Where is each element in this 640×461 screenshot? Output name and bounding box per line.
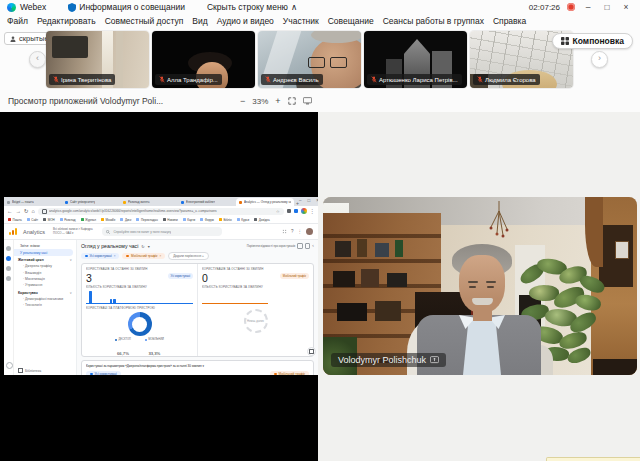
scene-shape [472,298,493,305]
menu-item-совещание[interactable]: Совещание [328,16,374,26]
close-button[interactable]: × [620,2,632,12]
property-selector: Всі облікові записи > КафедраПОСО — GA4 … [53,228,92,235]
menu-item-файл[interactable]: Файл [7,16,28,26]
bookmark-item: Пошта [8,218,22,222]
shield-icon [68,3,76,12]
minimize-button[interactable]: – [582,2,594,12]
bookmark-item: Форум [200,218,214,222]
participant-name-label: Людмила Єгорова [473,74,540,85]
mic-muted-icon [159,76,165,83]
maximize-button[interactable]: □ [601,2,613,12]
comparison-chip-all-users: Усі користувачі× [81,253,119,259]
search-icon [106,230,110,234]
webex-meeting-window: Webex Информация о совещании Скрыть стро… [0,0,640,461]
menu-item-редактировать[interactable]: Редактировать [37,16,96,26]
share-toolbar: Просмотр приложений Volodymyr Poli... − … [0,90,640,113]
menu-item-участник[interactable]: Участник [283,16,319,26]
meeting-info-button[interactable]: Информация о совещании [68,2,185,12]
menu-item-совместный-доступ[interactable]: Совместный доступ [105,16,184,26]
fit-to-window-icon[interactable] [288,97,296,105]
home-icon: ⌂ [32,208,35,214]
bookmark-item: Розклад [60,218,76,222]
analytics-search-field: Спробуйте ввести запит у поле пошуку [102,227,222,236]
explore-rail-icon [6,266,11,271]
menu-item-справка[interactable]: Справка [493,16,526,26]
caret-down-icon: ▾ [148,244,150,249]
shared-browser-tab: Електронний кабінет [178,198,236,206]
participant-name-label: Ірина Тверитінова [49,74,115,85]
reports-rail-icon [6,256,11,261]
mic-muted-icon [265,76,271,83]
participant-thumbnail[interactable]: Артюшенко Лариса Петрів... [364,31,467,88]
bookmark-item: Карти [183,218,196,222]
shared-window-controls: – □ × [299,198,318,206]
bookmark-item: Перекладач [136,218,157,222]
hide-menu-button[interactable]: Скрыть строку меню ∧ [207,2,297,12]
analytics-sidebar: Звіти: знімокУ реальному часіЖиттєвий ци… [14,240,77,375]
home-rail-icon [6,246,11,251]
record-indicator-icon [567,3,575,11]
bookmark-item: Довідка [254,218,269,222]
person-icon [10,36,16,42]
webex-logo-icon [7,3,16,12]
analytics-nav-rail [4,240,14,375]
shared-browser-tab: Вхідні — пошта [4,198,62,206]
analytics-avatar [306,228,313,235]
participant-thumbnail[interactable]: Алла Трандафір... [152,31,255,88]
dimension-table-card: Користувачі за параметром «Джерело/платф… [81,360,314,375]
more-icon: ⋮ [298,229,303,234]
speaker-video[interactable]: Volodymyr Polishchuk [323,197,637,375]
bookmarks-bar: ПоштаСайтМОНРозкладЖурналMoodleДискПерек… [4,216,318,224]
speaker-name-label: Volodymyr Polishchuk [331,353,446,367]
bookmark-item: Moodle [101,218,115,222]
donut-legend-item: МОБІЛЬНИЙ33,3% [145,338,164,359]
zoom-in-button[interactable]: + [275,96,280,106]
forward-icon: → [16,208,22,214]
realtime-card-comparison: КОРИСТУВАЧІВ ЗА ОСТАННІ 30 ХВИЛИН 0 Мобі… [197,264,313,356]
filmstrip-prev-button[interactable]: ‹ [29,51,46,68]
bookmark-item: Сайт [27,218,38,222]
users-per-minute-chart [86,290,193,304]
menu-item-сеансы-работы-в-группах[interactable]: Сеансы работы в группах [383,16,484,26]
app-name: Webex [20,2,46,12]
empty-donut-chart: Немає даних [244,309,268,333]
layout-button[interactable]: Компоновка [552,33,633,49]
filmstrip-next-button[interactable]: › [591,51,608,68]
mic-muted-icon [53,76,59,83]
chevron-up-icon: ∧ [291,2,297,12]
analytics-sidebar-item: · Технологія [14,302,76,308]
users-per-minute-chart-empty [202,290,268,304]
admin-gear-icon [6,362,13,369]
mic-muted-icon [371,76,377,83]
zoom-out-button[interactable]: − [240,96,245,106]
zoom-level[interactable]: 33% [252,97,268,106]
lock-icon [42,209,47,214]
scene-shape [615,241,629,259]
participant-name-label: Артюшенко Лариса Петрів... [367,74,462,85]
grid-icon [561,37,569,45]
reload-icon: ↻ [24,208,29,214]
stage-pane: Volodymyr Polishchuk [318,112,640,461]
analytics-header: Analytics Всі облікові записи > КафедраП… [4,224,318,240]
scene-shape [308,57,325,68]
scene-shape [468,281,478,283]
comparison-chip-mobile: Мобільний трафік× [122,253,165,259]
participant-thumbnail[interactable]: Андреєв Василь [258,31,361,88]
analytics-sidebar-footer: Бібліотека [18,368,41,373]
participant-thumbnail[interactable]: Ірина Тверитінова [46,31,149,88]
analytics-sidebar-item: Звіти: знімок [14,242,76,249]
scene-shape [486,281,496,283]
scene-shape [469,286,476,288]
bookmark-item: Журнал [81,218,96,222]
menu-item-вид[interactable]: Вид [192,16,207,26]
menu-item-аудио-и-видео[interactable]: Аудио и видео [217,16,274,26]
share-title: Просмотр приложений Volodymyr Poli... [8,90,163,112]
bookmark-item: Новини [163,218,178,222]
display-icon[interactable] [303,97,312,105]
notification-toast-edge [546,457,640,461]
bookmark-item: МОН [43,218,55,222]
url-text: analytics.google.com/analytics/web/#/p31… [49,209,274,213]
extension-icon [294,209,298,213]
shared-screen-pane: Вхідні — поштаСайт університетуРозклад з… [0,112,318,461]
bookmark-item: Курси [237,218,250,222]
